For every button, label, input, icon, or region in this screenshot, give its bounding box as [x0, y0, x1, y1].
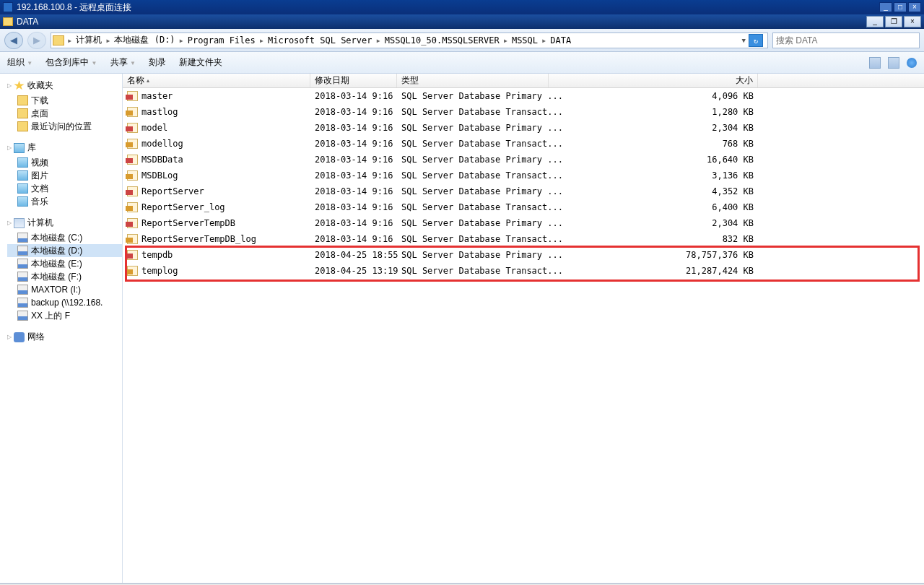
- column-header-type[interactable]: 类型: [397, 74, 549, 87]
- sidebar-item-recent[interactable]: 最近访问的位置: [7, 120, 122, 133]
- back-button[interactable]: ◀: [4, 32, 23, 49]
- search-box[interactable]: [772, 32, 920, 48]
- picture-icon: [17, 170, 28, 181]
- database-file-icon: [127, 234, 138, 244]
- file-name: ReportServer: [141, 186, 204, 196]
- explorer-close-button[interactable]: ×: [904, 16, 921, 27]
- rdp-icon: [3, 2, 13, 12]
- file-row[interactable]: mastlog2018-03-14 9:16SQL Server Databas…: [123, 104, 924, 120]
- music-icon: [17, 196, 28, 207]
- toolbar: 组织 ▼ 包含到库中 ▼ 共享 ▼ 刻录 新建文件夹: [0, 52, 924, 74]
- folder-icon: [17, 95, 28, 105]
- breadcrumb-item[interactable]: Program Files: [185, 35, 258, 46]
- file-row[interactable]: master2018-03-14 9:16SQL Server Database…: [123, 88, 924, 104]
- drive-icon: [17, 259, 28, 269]
- file-size: 6,400 KB: [549, 202, 758, 212]
- file-size: 768 KB: [549, 139, 758, 149]
- burn-button[interactable]: 刻录: [149, 56, 166, 69]
- preview-pane-button[interactable]: [888, 57, 899, 69]
- sidebar-favorites-header[interactable]: 收藏夹: [7, 79, 122, 92]
- file-date: 2018-04-25 13:19: [310, 266, 397, 276]
- sidebar-item-drive-e[interactable]: 本地磁盘 (E:): [7, 257, 122, 270]
- sidebar-item-downloads[interactable]: 下载: [7, 94, 122, 107]
- explorer-maximize-button[interactable]: ❐: [885, 16, 902, 27]
- rdp-title: 192.168.100.8 - 远程桌面连接: [17, 1, 131, 14]
- rdp-maximize-button[interactable]: □: [894, 2, 907, 12]
- rdp-window-controls: _ □ ×: [879, 2, 921, 12]
- database-file-icon: [127, 139, 138, 149]
- file-type: SQL Server Database Transact...: [397, 170, 549, 181]
- include-in-library-button[interactable]: 包含到库中 ▼: [45, 56, 97, 69]
- sidebar-item-music[interactable]: 音乐: [7, 195, 122, 208]
- database-file-icon: [127, 186, 138, 196]
- video-icon: [17, 157, 28, 168]
- folder-icon: [53, 35, 64, 46]
- sidebar-computer-header[interactable]: 计算机: [7, 217, 122, 229]
- file-row[interactable]: MSDBData2018-03-14 9:16SQL Server Databa…: [123, 152, 924, 168]
- database-file-icon: [127, 123, 138, 133]
- sidebar-item-documents[interactable]: 文档: [7, 182, 122, 195]
- sidebar: 收藏夹 下载 桌面 最近访问的位置 库 视频 图片 文档 音乐 计算机 本地磁盘…: [0, 74, 123, 583]
- rdp-minimize-button[interactable]: _: [879, 2, 892, 12]
- chevron-right-icon[interactable]: ▸: [178, 35, 185, 46]
- chevron-right-icon[interactable]: ▸: [258, 35, 265, 46]
- file-date: 2018-03-14 9:16: [310, 202, 397, 212]
- sidebar-item-drive-c[interactable]: 本地磁盘 (C:): [7, 231, 122, 244]
- sidebar-item-videos[interactable]: 视频: [7, 156, 122, 169]
- rdp-close-button[interactable]: ×: [908, 2, 921, 12]
- forward-button[interactable]: ▶: [27, 32, 46, 49]
- refresh-button[interactable]: ↻: [749, 34, 763, 47]
- column-header-date[interactable]: 修改日期: [310, 74, 397, 87]
- new-folder-button[interactable]: 新建文件夹: [179, 56, 222, 69]
- breadcrumb-item[interactable]: MSSQL10_50.MSSQLSERVER: [382, 35, 502, 46]
- breadcrumb-item[interactable]: MSSQL: [509, 35, 541, 46]
- help-button[interactable]: [907, 58, 917, 68]
- file-name: MSDBLog: [141, 170, 178, 181]
- database-file-icon: [127, 250, 138, 260]
- star-icon: [14, 81, 25, 91]
- sidebar-item-network-drive[interactable]: backup (\\192.168.: [7, 296, 122, 309]
- sidebar-libraries-header[interactable]: 库: [7, 142, 122, 154]
- file-row[interactable]: model2018-03-14 9:16SQL Server Database …: [123, 120, 924, 136]
- sidebar-item-drive-f[interactable]: 本地磁盘 (F:): [7, 270, 122, 283]
- column-header-name[interactable]: 名称▴: [123, 74, 310, 87]
- sidebar-network-group: 网络: [7, 331, 122, 343]
- file-row[interactable]: ReportServer2018-03-14 9:16SQL Server Da…: [123, 183, 924, 199]
- sidebar-item-drive-d[interactable]: 本地磁盘 (D:): [7, 244, 122, 257]
- file-row[interactable]: MSDBLog2018-03-14 9:16SQL Server Databas…: [123, 168, 924, 183]
- explorer-minimize-button[interactable]: _: [866, 16, 884, 27]
- sort-asc-icon: ▴: [147, 77, 149, 84]
- file-row[interactable]: tempdb2018-04-25 18:55SQL Server Databas…: [123, 247, 924, 263]
- chevron-right-icon[interactable]: ▸: [105, 35, 111, 46]
- chevron-right-icon[interactable]: ▸: [375, 35, 381, 46]
- file-row[interactable]: templog2018-04-25 13:19SQL Server Databa…: [123, 263, 924, 279]
- sidebar-item-drive-i[interactable]: MAXTOR (I:): [7, 283, 122, 296]
- chevron-down-icon[interactable]: ▼: [742, 37, 746, 44]
- column-header-size[interactable]: 大小: [549, 74, 758, 87]
- sidebar-item-desktop[interactable]: 桌面: [7, 107, 122, 120]
- drive-icon: [17, 233, 28, 243]
- file-size: 2,304 KB: [549, 123, 758, 133]
- breadcrumb-item[interactable]: 计算机: [73, 34, 105, 46]
- search-input[interactable]: [776, 35, 916, 46]
- file-row[interactable]: ReportServerTempDB2018-03-14 9:16SQL Ser…: [123, 215, 924, 231]
- breadcrumb-item[interactable]: DATA: [547, 35, 574, 46]
- sidebar-item-pictures[interactable]: 图片: [7, 169, 122, 182]
- organize-button[interactable]: 组织 ▼: [7, 56, 32, 69]
- breadcrumb[interactable]: ▸ 计算机 ▸ 本地磁盘 (D:) ▸ Program Files ▸ Micr…: [51, 32, 768, 48]
- chevron-right-icon[interactable]: ▸: [66, 35, 73, 46]
- chevron-right-icon[interactable]: ▸: [502, 35, 509, 46]
- chevron-right-icon[interactable]: ▸: [541, 35, 547, 46]
- sidebar-item-mapped-drive[interactable]: XX 上的 F: [7, 309, 122, 322]
- breadcrumb-item[interactable]: Microsoft SQL Server: [265, 35, 375, 46]
- breadcrumb-item[interactable]: 本地磁盘 (D:): [111, 34, 178, 46]
- file-row[interactable]: modellog2018-03-14 9:16SQL Server Databa…: [123, 136, 924, 152]
- file-type: SQL Server Database Primary ...: [397, 155, 549, 165]
- file-row[interactable]: ReportServerTempDB_log2018-03-14 9:16SQL…: [123, 231, 924, 247]
- file-type: SQL Server Database Primary ...: [397, 91, 549, 101]
- file-row[interactable]: ReportServer_log2018-03-14 9:16SQL Serve…: [123, 199, 924, 215]
- file-name: ReportServerTempDB_log: [141, 234, 256, 244]
- view-options-button[interactable]: [869, 57, 881, 69]
- sidebar-network-header[interactable]: 网络: [7, 331, 122, 343]
- share-button[interactable]: 共享 ▼: [110, 56, 136, 69]
